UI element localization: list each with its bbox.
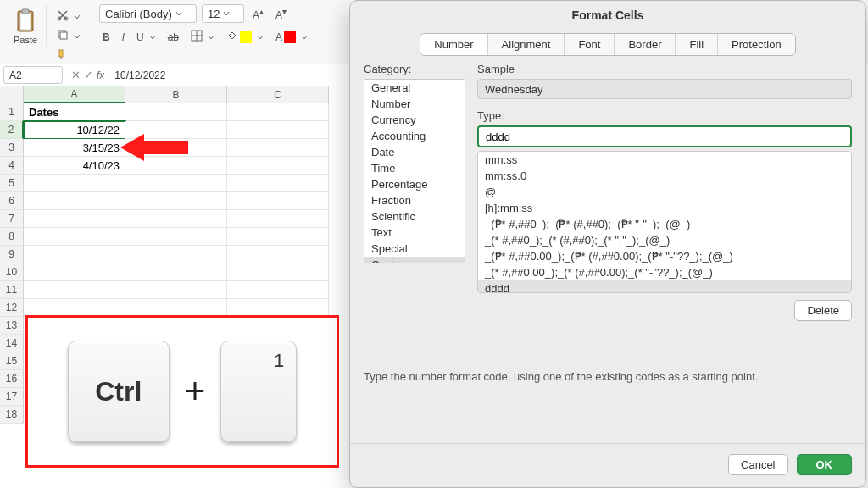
type-item[interactable]: _(₱* #,##0_);_(₱* (#,##0);_(₱* "-"_);_(@…	[478, 216, 851, 232]
category-list[interactable]: GeneralNumberCurrencyAccountingDateTimeP…	[364, 79, 465, 263]
category-item[interactable]: Percentage	[364, 176, 465, 192]
row-header[interactable]: 7	[0, 210, 24, 228]
cell-C8[interactable]	[227, 228, 329, 246]
cell-B11[interactable]	[125, 281, 227, 299]
cell-B2[interactable]	[125, 121, 227, 139]
cell-C6[interactable]	[227, 192, 329, 210]
row-header[interactable]: 6	[0, 192, 24, 210]
font-name-dropdown[interactable]: Calibri (Body)	[99, 4, 197, 23]
format-painter-button[interactable]	[53, 47, 72, 64]
row-header[interactable]: 13	[0, 317, 24, 335]
cell-A8[interactable]	[24, 228, 125, 246]
row-header[interactable]: 12	[0, 299, 24, 317]
accept-formula-icon[interactable]: ✓	[84, 69, 93, 81]
category-item[interactable]: Fraction	[364, 192, 465, 208]
name-box[interactable]: A2	[3, 66, 63, 84]
row-header[interactable]: 17	[0, 388, 24, 406]
tab-fill[interactable]: Fill	[676, 34, 718, 55]
category-item[interactable]: Accounting	[364, 128, 465, 144]
cell-C2[interactable]	[227, 121, 329, 139]
font-color-button[interactable]: A	[272, 30, 311, 45]
copy-button[interactable]	[53, 27, 84, 45]
cell-C11[interactable]	[227, 281, 329, 299]
type-item[interactable]: [h]:mm:ss	[478, 200, 851, 216]
cell-C3[interactable]	[227, 139, 329, 157]
row-header[interactable]: 16	[0, 370, 24, 388]
type-item[interactable]: @	[478, 184, 851, 200]
cell-C12[interactable]	[227, 299, 329, 317]
cell-A6[interactable]	[24, 192, 125, 210]
cell-C1[interactable]	[227, 103, 329, 121]
cell-B3[interactable]	[125, 139, 227, 157]
tab-number[interactable]: Number	[420, 34, 487, 55]
underline-button[interactable]: U	[133, 30, 159, 45]
cell-B10[interactable]	[125, 263, 227, 281]
cell-B12[interactable]	[125, 299, 227, 317]
bold-button[interactable]: B	[99, 30, 114, 45]
type-item[interactable]: mm:ss	[478, 152, 851, 168]
col-header-c[interactable]: C	[227, 86, 329, 103]
decrease-font-button[interactable]: A▾	[272, 5, 290, 23]
cancel-button[interactable]: Cancel	[728, 454, 787, 475]
row-header[interactable]: 18	[0, 406, 24, 424]
cell-C4[interactable]	[227, 157, 329, 175]
category-item[interactable]: Custom	[364, 257, 465, 263]
fill-color-button[interactable]	[223, 29, 267, 45]
category-item[interactable]: Text	[364, 225, 465, 241]
category-item[interactable]: Time	[364, 160, 465, 176]
cell-A1[interactable]: Dates	[24, 103, 125, 121]
type-list[interactable]: mm:ssmm:ss.0@[h]:mm:ss_(₱* #,##0_);_(₱* …	[477, 151, 852, 293]
cell-C7[interactable]	[227, 210, 329, 228]
ok-button[interactable]: OK	[797, 454, 853, 475]
tab-alignment[interactable]: Alignment	[488, 34, 565, 55]
cell-A11[interactable]	[24, 281, 125, 299]
fx-icon[interactable]: fx	[97, 69, 104, 81]
category-item[interactable]: Special	[364, 241, 465, 257]
row-header[interactable]: 8	[0, 228, 24, 246]
category-item[interactable]: Number	[364, 96, 465, 112]
cell-B4[interactable]	[125, 157, 227, 175]
cell-A9[interactable]	[24, 246, 125, 263]
cell-B5[interactable]	[125, 175, 227, 192]
delete-button[interactable]: Delete	[794, 300, 852, 321]
tab-font[interactable]: Font	[565, 34, 615, 55]
row-header[interactable]: 15	[0, 352, 24, 370]
type-item[interactable]: _(* #,##0_);_(* (#,##0);_(* "-"_);_(@_)	[478, 232, 851, 248]
cell-B9[interactable]	[125, 246, 227, 263]
cell-A4[interactable]: 4/10/23	[24, 157, 125, 175]
increase-font-button[interactable]: A▴	[249, 5, 267, 23]
cell-A5[interactable]	[24, 175, 125, 192]
type-item[interactable]: mm:ss.0	[478, 168, 851, 184]
italic-button[interactable]: I	[119, 30, 128, 45]
row-header[interactable]: 2	[0, 121, 24, 139]
tab-border[interactable]: Border	[615, 34, 676, 55]
cell-C5[interactable]	[227, 175, 329, 192]
cell-B1[interactable]	[125, 103, 227, 121]
row-header[interactable]: 5	[0, 175, 24, 192]
paste-button[interactable]	[10, 6, 41, 35]
cell-C10[interactable]	[227, 263, 329, 281]
select-all-corner[interactable]	[0, 86, 24, 103]
col-header-a[interactable]: A	[24, 86, 125, 103]
cell-B6[interactable]	[125, 192, 227, 210]
tab-protection[interactable]: Protection	[718, 34, 795, 55]
col-header-b[interactable]: B	[125, 86, 227, 103]
type-input[interactable]	[477, 125, 852, 147]
cell-C9[interactable]	[227, 246, 329, 263]
row-header[interactable]: 3	[0, 139, 24, 157]
cell-A7[interactable]	[24, 210, 125, 228]
category-item[interactable]: Currency	[364, 112, 465, 128]
cell-A12[interactable]	[24, 299, 125, 317]
category-item[interactable]: General	[364, 80, 465, 96]
cell-A10[interactable]	[24, 263, 125, 281]
row-header[interactable]: 11	[0, 281, 24, 299]
cell-B8[interactable]	[125, 228, 227, 246]
type-item[interactable]: _(* #,##0.00_);_(* (#,##0.00);_(* "-"??_…	[478, 264, 851, 280]
strikethrough-button[interactable]: ab	[164, 30, 182, 45]
borders-button[interactable]	[187, 28, 218, 46]
cut-button[interactable]	[53, 8, 84, 25]
cell-B7[interactable]	[125, 210, 227, 228]
cancel-formula-icon[interactable]: ✕	[71, 69, 81, 81]
row-header[interactable]: 4	[0, 157, 24, 175]
row-header[interactable]: 9	[0, 246, 24, 263]
